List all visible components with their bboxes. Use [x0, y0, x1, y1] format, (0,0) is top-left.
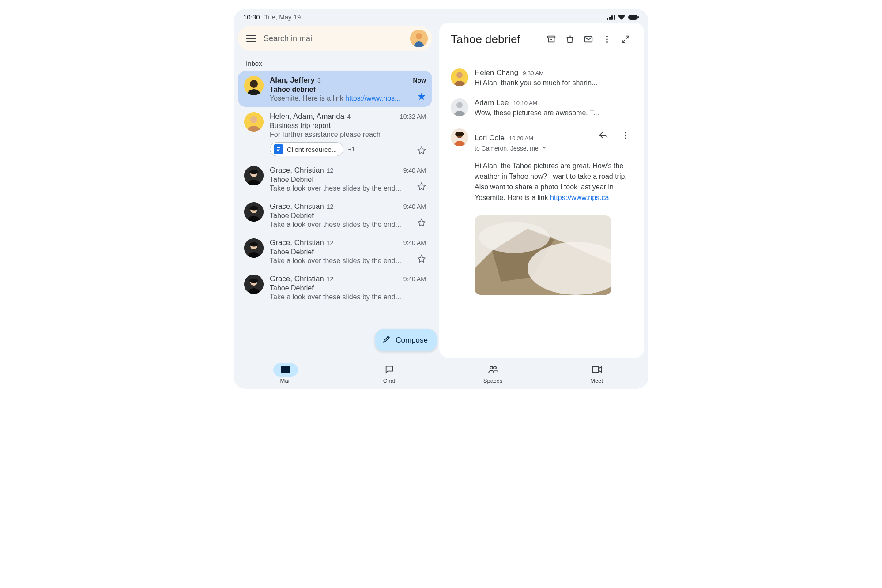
- mail-thread-item[interactable]: Grace, Christian 12 9:40 AM Tahoe Debrie…: [238, 233, 432, 269]
- attachment-chip[interactable]: Client resource...: [270, 142, 343, 156]
- nav-tab-mail[interactable]: Mail: [234, 358, 337, 389]
- svg-point-35: [456, 102, 463, 108]
- mail-thread-item[interactable]: Grace, Christian 12 9:40 AM Tahoe Debrie…: [238, 269, 432, 301]
- more-icon[interactable]: [600, 32, 614, 46]
- message-item-expanded: Lori Cole 10:20 AM to Cameron, Jes: [451, 128, 633, 295]
- svg-rect-6: [246, 35, 256, 36]
- attachment-image[interactable]: [475, 215, 611, 295]
- link[interactable]: https://www.nps.ca: [550, 194, 609, 201]
- reply-icon[interactable]: [596, 128, 611, 143]
- star-icon[interactable]: [417, 218, 426, 229]
- svg-point-40: [625, 138, 626, 139]
- star-icon[interactable]: [417, 182, 426, 192]
- svg-rect-48: [592, 366, 599, 373]
- search-placeholder: Search in mail: [264, 34, 404, 43]
- svg-point-47: [494, 366, 496, 369]
- svg-point-33: [456, 72, 463, 78]
- sender-avatar: [244, 238, 264, 258]
- nav-label: Mail: [280, 377, 291, 384]
- thread-count: 12: [327, 275, 334, 283]
- docs-icon: [274, 144, 283, 154]
- svg-rect-8: [246, 41, 256, 42]
- mail-thread-item[interactable]: Grace, Christian 12 9:40 AM Tahoe Debrie…: [238, 161, 432, 197]
- expand-icon[interactable]: [618, 32, 633, 46]
- cellular-icon: [607, 15, 615, 20]
- thread-participants: Grace, Christian: [270, 166, 324, 175]
- thread-participants: Grace, Christian: [270, 238, 324, 247]
- svg-point-45: [479, 222, 550, 253]
- thread-snippet: Take a look over these slides by the end…: [270, 293, 426, 301]
- message-body: Hi Alan, the Tahoe pictures are great. H…: [475, 161, 633, 203]
- sender-avatar: [451, 68, 468, 86]
- svg-rect-17: [277, 149, 280, 149]
- svg-point-14: [250, 116, 257, 123]
- status-bar: 10:30 Tue, May 19: [234, 9, 648, 23]
- app-frame: 10:30 Tue, May 19 Search in mail: [234, 9, 648, 389]
- mail-thread-item[interactable]: Helen, Adam, Amanda 4 10:32 AM Business …: [238, 107, 432, 161]
- mark-unread-icon[interactable]: [581, 32, 596, 46]
- thread-time: 10:32 AM: [400, 113, 426, 120]
- account-avatar[interactable]: [410, 30, 428, 47]
- nav-label: Meet: [590, 377, 603, 384]
- delete-icon[interactable]: [563, 32, 577, 46]
- thread-subject: Tahoe Debrief: [270, 176, 426, 184]
- wifi-icon: [618, 14, 626, 20]
- sender-avatar: [244, 112, 264, 132]
- battery-icon: [628, 15, 639, 20]
- statusbar-date: Tue, May 19: [264, 13, 301, 21]
- message-recipients[interactable]: to Cameron, Jesse, me: [475, 144, 633, 152]
- archive-icon[interactable]: [544, 32, 558, 46]
- message-item-collapsed[interactable]: Adam Lee 10:10 AM Wow, these picturese a…: [451, 98, 633, 117]
- chevron-down-icon: [541, 144, 547, 152]
- thread-participants: Helen, Adam, Amanda: [270, 112, 344, 121]
- star-icon[interactable]: [417, 146, 426, 156]
- menu-icon[interactable]: [245, 32, 257, 45]
- thread-count: 12: [327, 203, 334, 210]
- svg-rect-27: [548, 36, 555, 38]
- compose-label: Compose: [396, 336, 428, 345]
- compose-button[interactable]: Compose: [375, 329, 437, 351]
- svg-point-10: [416, 33, 422, 39]
- attachment-more[interactable]: +1: [348, 146, 355, 153]
- thread-time: 9:40 AM: [403, 275, 426, 283]
- thread-count: 12: [327, 167, 334, 174]
- star-icon[interactable]: [417, 254, 426, 265]
- nav-tab-chat[interactable]: Chat: [337, 358, 441, 389]
- thread-count: 12: [327, 239, 334, 246]
- nav-label: Chat: [383, 377, 395, 384]
- svg-point-31: [606, 41, 608, 43]
- star-icon[interactable]: [417, 92, 426, 102]
- svg-point-29: [606, 36, 608, 38]
- svg-rect-2: [611, 15, 613, 20]
- message-preview: Hi Alan, thank you so much for sharin...: [475, 79, 633, 87]
- svg-rect-3: [614, 15, 615, 20]
- meet-icon: [592, 366, 602, 375]
- sender-avatar: [244, 202, 264, 222]
- nav-tab-spaces[interactable]: Spaces: [441, 358, 545, 389]
- thread-participants: Grace, Christian: [270, 275, 324, 283]
- thread-snippet: For further assistance please reach: [270, 131, 426, 139]
- thread-subject: Business trip report: [270, 122, 426, 130]
- message-time: 10:10 AM: [513, 100, 538, 106]
- mail-thread-item[interactable]: Alan, Jeffery 3 Now Tahoe debrief Yosemi…: [238, 71, 432, 107]
- svg-rect-7: [246, 38, 256, 39]
- message-item-collapsed[interactable]: Helen Chang 9:30 AM Hi Alan, thank you s…: [451, 68, 633, 87]
- svg-rect-18: [277, 150, 279, 151]
- search-bar[interactable]: Search in mail: [238, 26, 432, 51]
- mail-thread-item[interactable]: Grace, Christian 12 9:40 AM Tahoe Debrie…: [238, 197, 432, 233]
- reading-pane: Tahoe debrief: [439, 23, 644, 358]
- thread-time: Now: [413, 77, 426, 84]
- thread-participants: Alan, Jeffery: [270, 76, 315, 85]
- thread-count: 3: [317, 77, 321, 84]
- svg-rect-1: [609, 17, 611, 20]
- spaces-icon: [488, 365, 498, 375]
- bottom-nav: Mail Chat Spaces Meet: [234, 358, 648, 389]
- sender-avatar: [244, 275, 264, 294]
- svg-point-12: [250, 80, 258, 88]
- nav-tab-meet[interactable]: Meet: [545, 358, 648, 389]
- sender-avatar: [451, 98, 468, 116]
- thread-subject: Tahoe Debrief: [270, 212, 426, 220]
- svg-point-38: [625, 132, 626, 134]
- more-icon[interactable]: [618, 128, 633, 143]
- thread-snippet: Take a look over these slides by the end…: [270, 221, 426, 229]
